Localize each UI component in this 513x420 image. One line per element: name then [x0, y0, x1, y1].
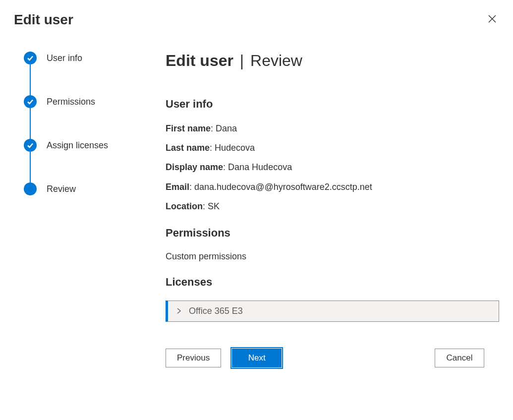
step-connector — [30, 108, 31, 139]
next-button[interactable]: Next — [232, 349, 282, 367]
step-review[interactable]: Review — [24, 182, 153, 195]
field-value: dana.hudecova@@hyrosoftware2.ccsctp.net — [194, 182, 372, 192]
license-item[interactable]: Office 365 E3 — [166, 300, 499, 322]
info-row-display-name: Display name: Dana Hudecova — [166, 161, 499, 174]
cancel-button[interactable]: Cancel — [435, 349, 484, 367]
step-label: Review — [47, 184, 76, 194]
field-value: Hudecova — [215, 143, 255, 153]
field-value: Dana — [216, 123, 237, 133]
field-label: First name — [166, 123, 211, 133]
step-label: Assign licenses — [47, 140, 108, 151]
field-label: Display name — [166, 162, 223, 172]
page-title: Edit user | Review — [166, 52, 499, 70]
step-permissions[interactable]: Permissions — [24, 95, 153, 108]
field-label: Email — [166, 182, 189, 192]
field-value: SK — [208, 201, 220, 211]
wizard-steps: User info Permissions Assign licenses Re… — [14, 52, 153, 367]
field-label: Location — [166, 201, 203, 211]
dialog-header: Edit user — [0, 0, 513, 28]
close-icon[interactable] — [485, 12, 499, 28]
permissions-value: Custom permissions — [166, 251, 499, 262]
previous-button[interactable]: Previous — [166, 349, 221, 367]
step-connector — [30, 152, 31, 182]
info-row-first-name: First name: Dana — [166, 122, 499, 135]
section-heading-user-info: User info — [166, 98, 499, 111]
title-divider: | — [233, 52, 250, 69]
field-value: Dana Hudecova — [228, 162, 292, 172]
section-heading-permissions: Permissions — [166, 227, 499, 240]
info-row-location: Location: SK — [166, 200, 499, 213]
chevron-right-icon — [175, 307, 183, 315]
page-title-main: Edit user — [166, 52, 233, 69]
step-label: Permissions — [47, 97, 95, 107]
info-row-email: Email: dana.hudecova@@hyrosoftware2.ccsc… — [166, 181, 499, 193]
license-name: Office 365 E3 — [189, 306, 243, 316]
checkmark-icon — [24, 52, 37, 64]
step-assign-licenses[interactable]: Assign licenses — [24, 139, 153, 152]
field-label: Last name — [166, 143, 210, 153]
checkmark-icon — [24, 95, 37, 108]
dialog-title: Edit user — [14, 12, 73, 28]
step-connector — [30, 64, 31, 95]
current-step-icon — [24, 182, 37, 195]
button-bar: Previous Next Cancel — [166, 349, 499, 367]
section-heading-licenses: Licenses — [166, 276, 499, 289]
page-title-sub: Review — [250, 52, 302, 69]
info-row-last-name: Last name: Hudecova — [166, 142, 499, 154]
wizard-content: Edit user | Review User info First name:… — [153, 52, 499, 367]
step-user-info[interactable]: User info — [24, 52, 153, 64]
nav-button-group: Previous Next — [166, 349, 282, 367]
step-label: User info — [47, 53, 82, 63]
checkmark-icon — [24, 139, 37, 152]
